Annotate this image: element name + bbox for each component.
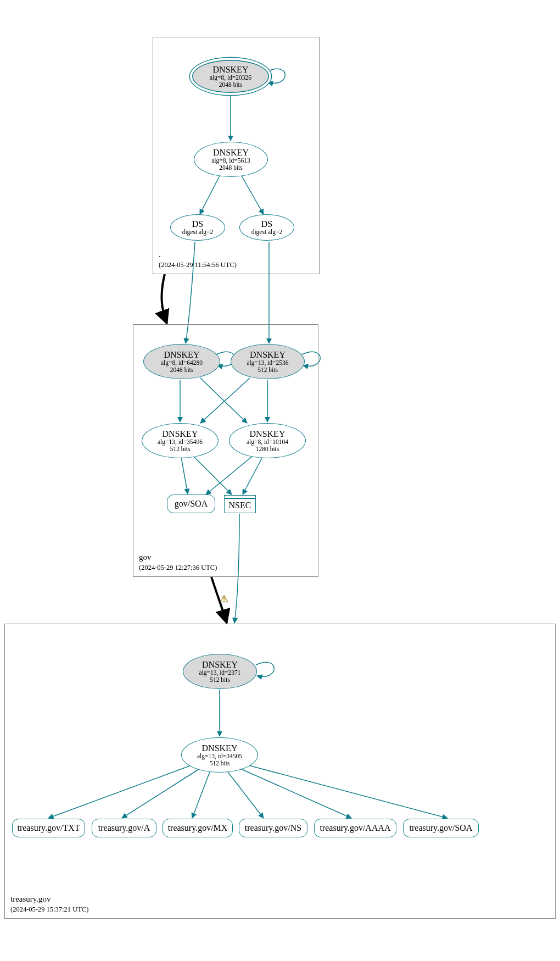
- node-gov-ksk2-title: DNSKEY: [250, 350, 285, 360]
- node-rr-aaaa: treasury.gov/AAAA: [314, 819, 396, 837]
- zone-root-label: . (2024-05-29 11:54:56 UTC): [159, 249, 237, 269]
- node-nsec: NSEC: [224, 495, 256, 513]
- node-gov-ksk1-sub2: 2048 bits: [170, 366, 194, 374]
- node-gov-soa: gov/SOA: [167, 495, 215, 513]
- node-gov-ksk2-sub1: alg=13, id=2536: [247, 359, 288, 366]
- node-gov-zsk1-sub2: 512 bits: [170, 446, 191, 453]
- node-rr-txt: treasury.gov/TXT: [12, 819, 85, 837]
- node-root-ksk-title: DNSKEY: [213, 65, 249, 75]
- node-ds1-title: DS: [192, 219, 203, 229]
- node-gov-zsk1-title: DNSKEY: [163, 429, 198, 439]
- node-rr-soa-title: treasury.gov/SOA: [410, 823, 473, 833]
- node-gov-zsk1-sub1: alg=13, id=35496: [158, 438, 203, 446]
- zone-root-name: .: [159, 249, 237, 260]
- node-ds2: DS digest alg=2: [239, 214, 294, 241]
- node-root-zsk: DNSKEY alg=8, id=5613 2048 bits: [194, 142, 268, 177]
- zone-treasury: treasury.gov (2024-05-29 15:37:21 UTC): [4, 624, 556, 919]
- node-rr-aaaa-title: treasury.gov/AAAA: [320, 823, 390, 833]
- node-gov-ksk2-sub2: 512 bits: [257, 366, 278, 374]
- dnssec-diagram: . (2024-05-29 11:54:56 UTC) gov (2024-05…: [0, 0, 560, 961]
- zone-root-timestamp: (2024-05-29 11:54:56 UTC): [159, 260, 237, 269]
- zone-gov-name: gov: [139, 552, 217, 563]
- node-ds2-sub1: digest alg=2: [251, 229, 283, 236]
- node-rr-ns-title: treasury.gov/NS: [245, 823, 301, 833]
- node-root-ksk: DNSKEY alg=8, id=20326 2048 bits: [190, 58, 271, 95]
- zone-treasury-timestamp: (2024-05-29 15:37:21 UTC): [10, 905, 88, 914]
- node-root-zsk-sub2: 2048 bits: [219, 164, 243, 171]
- node-treasury-zsk: DNSKEY alg=13, id=34505 512 bits: [181, 737, 258, 773]
- node-treasury-zsk-sub1: alg=13, id=34505: [197, 753, 242, 760]
- node-gov-ksk1-title: DNSKEY: [164, 350, 200, 360]
- node-ds2-title: DS: [261, 219, 272, 229]
- node-gov-zsk2-sub2: 1280 bits: [256, 446, 279, 453]
- node-rr-mx: treasury.gov/MX: [163, 819, 233, 837]
- node-gov-ksk1: DNSKEY alg=8, id=64280 2048 bits: [143, 344, 220, 379]
- node-rr-ns: treasury.gov/NS: [239, 819, 307, 837]
- node-rr-mx-title: treasury.gov/MX: [168, 823, 228, 833]
- node-root-ksk-sub1: alg=8, id=20326: [210, 74, 251, 81]
- node-treasury-ksk-sub1: alg=13, id=2371: [199, 669, 240, 676]
- node-nsec-title: NSEC: [229, 501, 251, 510]
- node-treasury-ksk-title: DNSKEY: [202, 660, 238, 670]
- node-ds1: DS digest alg=2: [170, 214, 225, 241]
- node-rr-txt-title: treasury.gov/TXT: [17, 823, 80, 833]
- node-root-zsk-title: DNSKEY: [213, 148, 249, 158]
- zone-gov-label: gov (2024-05-29 12:27:36 UTC): [139, 552, 217, 572]
- node-root-ksk-sub2: 2048 bits: [219, 81, 243, 88]
- node-rr-a-title: treasury.gov/A: [98, 823, 150, 833]
- node-root-zsk-sub1: alg=8, id=5613: [211, 157, 250, 164]
- node-ds1-sub1: digest alg=2: [182, 229, 214, 236]
- node-gov-soa-title: gov/SOA: [175, 499, 208, 509]
- node-gov-zsk2-sub1: alg=8, id=10104: [247, 438, 288, 446]
- zone-treasury-name: treasury.gov: [10, 894, 88, 905]
- node-rr-a: treasury.gov/A: [92, 819, 156, 837]
- zone-gov-timestamp: (2024-05-29 12:27:36 UTC): [139, 563, 217, 572]
- node-treasury-ksk: DNSKEY alg=13, id=2371 512 bits: [183, 654, 257, 689]
- node-gov-zsk2: DNSKEY alg=8, id=10104 1280 bits: [229, 423, 306, 458]
- node-gov-zsk1: DNSKEY alg=13, id=35496 512 bits: [142, 423, 219, 458]
- node-gov-ksk2: DNSKEY alg=13, id=2536 512 bits: [231, 344, 305, 379]
- warning-icon: ⚠: [218, 593, 230, 604]
- node-treasury-zsk-sub2: 512 bits: [210, 760, 230, 767]
- zone-treasury-label: treasury.gov (2024-05-29 15:37:21 UTC): [10, 894, 88, 914]
- node-treasury-ksk-sub2: 512 bits: [210, 676, 230, 684]
- node-gov-ksk1-sub1: alg=8, id=64280: [161, 359, 203, 366]
- node-treasury-zsk-title: DNSKEY: [202, 743, 238, 753]
- node-rr-soa: treasury.gov/SOA: [403, 819, 479, 837]
- node-gov-zsk2-title: DNSKEY: [250, 429, 285, 439]
